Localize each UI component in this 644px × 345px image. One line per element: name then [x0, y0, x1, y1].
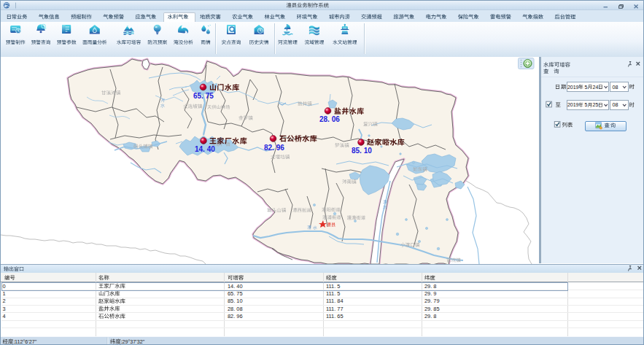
svg-text:28. 06: 28. 06	[319, 115, 340, 123]
svg-text:65. 75: 65. 75	[193, 92, 214, 100]
svg-text:82. 96: 82. 96	[264, 144, 284, 152]
svg-text:85. 10: 85. 10	[352, 147, 372, 155]
svg-text:14. 40: 14. 40	[195, 145, 215, 153]
